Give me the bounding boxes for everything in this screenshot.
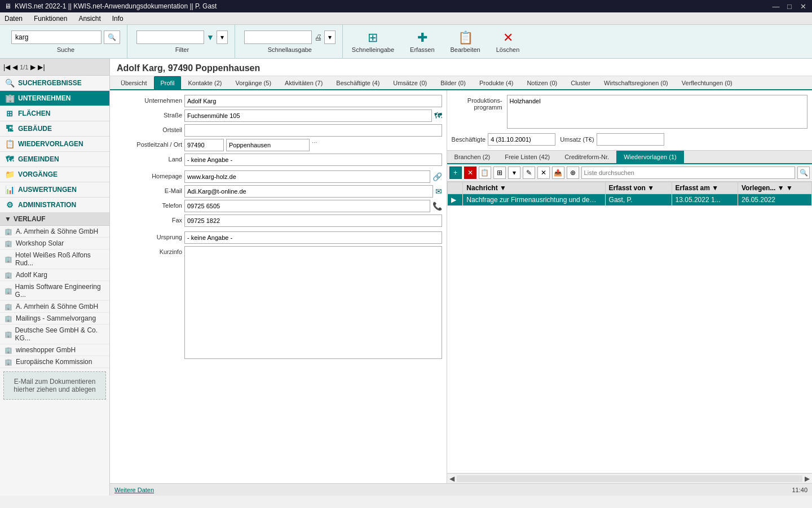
- ursprung-input[interactable]: [184, 231, 442, 244]
- tab-notizen[interactable]: Notizen (0): [520, 76, 563, 89]
- search-input[interactable]: [11, 30, 102, 44]
- beschaeftigte-stat-input[interactable]: [488, 133, 555, 146]
- sub-tab-creditreform[interactable]: Creditreform-Nr.: [557, 151, 616, 163]
- tab-verflechtungen[interactable]: Verflechtungen (0): [676, 76, 739, 89]
- tab-cluster[interactable]: Cluster: [564, 76, 597, 89]
- sidebar-item-auswertungen[interactable]: 📊 AUSWERTUNGEN: [0, 182, 109, 198]
- nav-prev-button[interactable]: ◀: [12, 63, 17, 71]
- plz-more-icon[interactable]: ···: [312, 139, 317, 151]
- unternehmen-input[interactable]: [184, 95, 442, 107]
- fax-input[interactable]: [184, 214, 442, 227]
- table-btn5[interactable]: 📤: [552, 167, 564, 179]
- homepage-link-icon[interactable]: 🔗: [433, 172, 442, 181]
- close-button[interactable]: ✕: [798, 2, 807, 11]
- email-input[interactable]: [184, 185, 433, 198]
- tab-beschaeftigte[interactable]: Beschäftigte (4): [330, 76, 386, 89]
- col-erfasst-von[interactable]: Erfasst von ▼: [605, 182, 672, 194]
- tab-aktivitaeten[interactable]: Aktivitäten (7): [279, 76, 329, 89]
- strasse-map-icon[interactable]: 🗺: [434, 111, 442, 120]
- land-input[interactable]: [184, 154, 442, 166]
- table-search-input[interactable]: [581, 167, 795, 179]
- search-button[interactable]: 🔍: [104, 30, 120, 44]
- schnell-dropdown-button[interactable]: ▾: [324, 30, 336, 44]
- tab-profil[interactable]: Profil: [154, 76, 180, 89]
- table-btn6[interactable]: ⊕: [567, 167, 579, 179]
- table-btn2[interactable]: ▾: [508, 167, 520, 179]
- title-bar-controls[interactable]: — □ ✕: [771, 2, 807, 11]
- sidebar-item-administration[interactable]: ⚙ ADMINISTRATION: [0, 198, 109, 213]
- col-erfasst-am[interactable]: Erfasst am ▼: [672, 182, 738, 194]
- table-add-button[interactable]: +: [449, 167, 462, 179]
- sidebar-item-unternehmen[interactable]: 🏢 UNTERNEHMEN: [0, 91, 109, 106]
- sidebar-item-gebaeude[interactable]: 🏗 GEBÄUDE: [0, 121, 109, 137]
- sub-tab-branchen[interactable]: Branchen (2): [447, 151, 498, 163]
- tab-wirtschaftsregionen[interactable]: Wirtschaftsregionen (0): [598, 76, 674, 89]
- nav-arrows[interactable]: |◀ ◀ 1/1 ▶ ▶|: [3, 63, 45, 71]
- verlauf-item-mailings[interactable]: 🏢 Mailings - Sammelvorgang: [0, 313, 109, 325]
- verlauf-item-amrhein2[interactable]: 🏢 A. Amrhein & Söhne GmbH: [0, 301, 109, 313]
- table-search-button[interactable]: 🔍: [797, 167, 810, 179]
- table-delete-button[interactable]: ✕: [464, 167, 476, 179]
- table-edit-button[interactable]: 📋: [479, 167, 491, 179]
- plz-label: Postleitzahl / Ort: [114, 139, 182, 148]
- produktionsprogramm-textarea[interactable]: Holzhandel: [507, 95, 807, 129]
- tab-umsaetze[interactable]: Umsätze (0): [387, 76, 433, 89]
- email-send-icon[interactable]: ✉: [435, 187, 442, 196]
- table-scroll-right[interactable]: ▶: [805, 475, 810, 483]
- table-btn4[interactable]: ✕: [537, 167, 550, 179]
- menu-funktionen[interactable]: Funktionen: [32, 14, 69, 24]
- kurzinfo-textarea[interactable]: [184, 246, 442, 359]
- menu-info[interactable]: Info: [110, 14, 126, 24]
- nav-first-button[interactable]: |◀: [3, 63, 10, 71]
- schnelleingabe-button[interactable]: ⊞ Schnelleingabe: [345, 28, 401, 55]
- strasse-input[interactable]: [184, 110, 432, 122]
- col-vorlegen[interactable]: Vorlegen... ▼ ▼: [738, 182, 811, 194]
- table-row[interactable]: ▶ Nachfrage zur Firmenausrichtung und de…: [447, 194, 811, 206]
- col-nachricht[interactable]: Nachricht ▼: [463, 182, 605, 194]
- table-btn1[interactable]: ⊞: [493, 167, 506, 179]
- plz-input[interactable]: [184, 139, 224, 151]
- nav-last-button[interactable]: ▶|: [38, 63, 45, 71]
- verlauf-item-hamis[interactable]: 🏢 Hamis Software Engineering G...: [0, 281, 109, 301]
- schnellausgabe-input[interactable]: [244, 30, 312, 44]
- filter-input[interactable]: [136, 30, 204, 44]
- verlauf-item-adolf[interactable]: 🏢 Adolf Karg: [0, 269, 109, 281]
- maximize-button[interactable]: □: [785, 2, 794, 11]
- verlauf-item-amrhein1[interactable]: 🏢 A. Amrhein & Söhne GmbH: [0, 226, 109, 238]
- menu-ansicht[interactable]: Ansicht: [76, 14, 103, 24]
- bearbeiten-button[interactable]: 📋 Bearbeiten: [444, 28, 487, 55]
- umsatz-stat-input[interactable]: [597, 133, 664, 146]
- tab-vorgaenge[interactable]: Vorgänge (5): [229, 76, 277, 89]
- sub-tab-freie-listen[interactable]: Freie Listen (42): [497, 151, 557, 163]
- homepage-input[interactable]: [184, 170, 430, 183]
- ort-input[interactable]: [226, 139, 310, 151]
- telefon-input[interactable]: [184, 200, 430, 212]
- sidebar-item-flaechen[interactable]: ⊞ FLÄCHEN: [0, 106, 109, 121]
- verlauf-item-hotel[interactable]: 🏢 Hotel Weißes Roß Alfons Rud...: [0, 249, 109, 269]
- table-btn3[interactable]: ✎: [523, 167, 535, 179]
- table-scroll-left[interactable]: ◀: [449, 475, 454, 483]
- verlauf-item-workshop-solar[interactable]: 🏢 Workshop Solar: [0, 238, 109, 249]
- sidebar-item-wiedervorlagen[interactable]: 📋 WIEDERVORLAGEN: [0, 137, 109, 152]
- tab-produkte[interactable]: Produkte (4): [473, 76, 520, 89]
- verlauf-item-deutsche-see[interactable]: 🏢 Deutsche See GmbH & Co. KG...: [0, 325, 109, 344]
- sidebar-item-gemeinden[interactable]: 🗺 GEMEINDEN: [0, 152, 109, 167]
- telefon-call-icon[interactable]: 📞: [433, 202, 442, 211]
- tab-uebersicht[interactable]: Übersicht: [114, 76, 153, 89]
- table-scrollbar[interactable]: [457, 475, 802, 482]
- sidebar-item-vorgaenge[interactable]: 📁 VORGÄNGE: [0, 167, 109, 182]
- further-data-link[interactable]: Weitere Daten: [114, 487, 154, 493]
- erfassen-button[interactable]: ✚ Erfassen: [403, 28, 441, 55]
- verlauf-item-wineshopper[interactable]: 🏢 wineshopper GmbH: [0, 344, 109, 356]
- sidebar-item-suchergebnisse[interactable]: 🔍 SUCHERGEBNISSE: [0, 76, 109, 91]
- tab-bilder[interactable]: Bilder (0): [434, 76, 472, 89]
- sub-tab-wiedervorlagen[interactable]: Wiedervorlagen (1): [616, 151, 684, 163]
- tab-kontakte[interactable]: Kontakte (2): [182, 76, 228, 89]
- nav-next-button[interactable]: ▶: [30, 63, 36, 71]
- menu-daten[interactable]: Daten: [2, 14, 25, 24]
- loeschen-button[interactable]: ✕ Löschen: [489, 28, 527, 55]
- filter-dropdown-button[interactable]: ▾: [217, 30, 228, 44]
- ortsteil-input[interactable]: [184, 124, 442, 137]
- verlauf-item-europaeische[interactable]: 🏢 Europäische Kommission: [0, 356, 109, 368]
- minimize-button[interactable]: —: [771, 2, 780, 11]
